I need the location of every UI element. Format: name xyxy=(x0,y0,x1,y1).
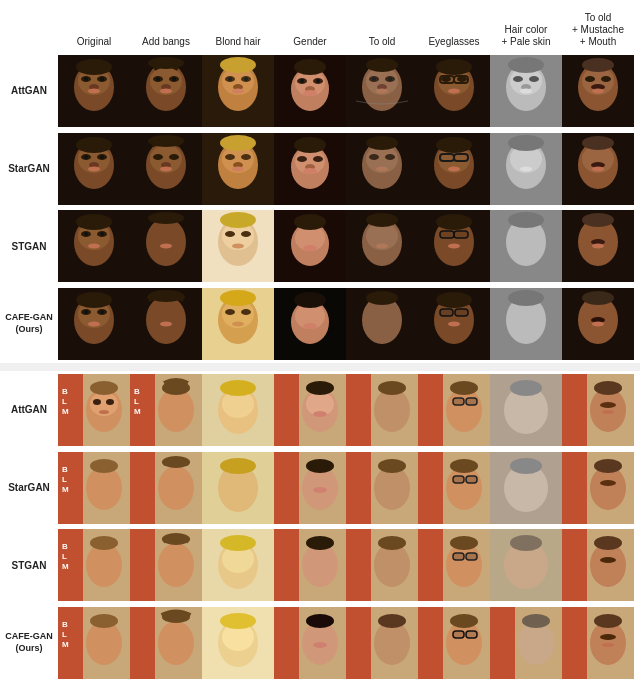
face-s1-stargan-3 xyxy=(202,133,274,205)
svg-point-214 xyxy=(508,290,544,306)
svg-point-122 xyxy=(436,137,472,153)
face-s1-cafegan-5 xyxy=(346,288,418,360)
face-s2-stgan-5 xyxy=(346,529,418,601)
svg-point-6 xyxy=(88,88,100,93)
svg-point-150 xyxy=(225,231,235,237)
svg-rect-275 xyxy=(130,452,155,524)
svg-point-39 xyxy=(316,79,320,83)
svg-point-7 xyxy=(76,59,112,75)
svg-point-114 xyxy=(376,166,388,171)
label-s1-stargan: StarGAN xyxy=(0,160,58,177)
svg-point-298 xyxy=(510,458,542,474)
svg-text:B: B xyxy=(62,387,68,396)
svg-point-176 xyxy=(592,244,604,249)
svg-point-186 xyxy=(100,310,104,314)
svg-point-146 xyxy=(160,244,172,249)
svg-point-26 xyxy=(232,88,244,93)
svg-point-47 xyxy=(366,58,398,72)
face-grid-s2-attgan: BLM BLM xyxy=(58,374,640,446)
face-s1-stargan-6 xyxy=(418,133,490,205)
face-s2-attgan-6 xyxy=(418,374,490,446)
svg-rect-243 xyxy=(274,374,299,446)
svg-point-157 xyxy=(303,245,317,251)
svg-point-188 xyxy=(146,296,186,344)
face-grid-s2-stgan: BLM xyxy=(58,529,640,601)
svg-rect-376 xyxy=(562,607,587,679)
face-s1-stgan-6 xyxy=(418,210,490,282)
svg-point-49 xyxy=(388,77,392,81)
section2-stargan-row: StarGAN BLM xyxy=(0,449,640,527)
face-s1-cafegan-3 xyxy=(202,288,274,360)
svg-point-19 xyxy=(172,77,176,81)
section1-attgan-row: AttGAN xyxy=(0,52,640,130)
svg-text:L: L xyxy=(134,397,139,406)
face-grid-s1-cafegan xyxy=(58,288,640,360)
svg-point-63 xyxy=(529,76,539,82)
section1-cafegan-row: CAFE-GAN(Ours) xyxy=(0,285,640,363)
svg-rect-209 xyxy=(455,309,468,316)
svg-point-230 xyxy=(90,381,118,395)
face-s2-cafegan-6 xyxy=(418,607,490,679)
svg-point-36 xyxy=(303,90,317,96)
svg-point-379 xyxy=(602,643,614,647)
svg-point-152 xyxy=(232,244,244,249)
svg-point-65 xyxy=(520,88,532,93)
face-s2-attgan-3 xyxy=(202,374,274,446)
svg-rect-349 xyxy=(130,607,155,679)
svg-point-355 xyxy=(220,613,256,629)
svg-text:L: L xyxy=(62,552,67,561)
svg-rect-249 xyxy=(346,374,371,446)
svg-point-27 xyxy=(220,57,256,73)
face-s2-stargan-1: BLM xyxy=(58,452,130,524)
face-s1-stargan-2 xyxy=(130,133,202,205)
svg-rect-208 xyxy=(440,309,453,316)
svg-point-322 xyxy=(306,536,334,550)
svg-point-183 xyxy=(88,322,100,327)
col-header-1: Original xyxy=(58,36,130,48)
svg-point-335 xyxy=(510,535,542,551)
svg-point-48 xyxy=(372,77,376,81)
svg-point-332 xyxy=(450,536,478,550)
face-s1-cafegan-6 xyxy=(418,288,490,360)
face-s2-stgan-7 xyxy=(490,529,562,601)
svg-point-9 xyxy=(100,77,104,81)
face-s2-stargan-2 xyxy=(130,452,202,524)
svg-point-210 xyxy=(448,322,460,327)
section1-stgan-row: STGAN xyxy=(0,208,640,286)
svg-point-108 xyxy=(294,137,326,153)
svg-point-260 xyxy=(510,380,542,396)
svg-point-211 xyxy=(436,292,472,308)
svg-point-265 xyxy=(602,410,614,414)
label-s1-attgan: AttGAN xyxy=(0,82,58,99)
face-s2-cafegan-4 xyxy=(274,607,346,679)
svg-point-177 xyxy=(582,213,614,227)
svg-point-105 xyxy=(313,156,323,162)
svg-point-83 xyxy=(84,155,88,159)
svg-rect-253 xyxy=(418,374,443,446)
svg-text:B: B xyxy=(62,620,68,629)
svg-point-266 xyxy=(594,381,622,395)
section1: AttGAN xyxy=(0,52,640,363)
face-s1-attgan-4 xyxy=(274,55,346,127)
face-grid-s1-stgan xyxy=(58,210,640,282)
svg-point-112 xyxy=(369,154,379,160)
face-grid-s1-stargan xyxy=(58,133,640,205)
svg-point-196 xyxy=(232,322,244,327)
face-s1-cafegan-4 xyxy=(274,288,346,360)
face-s1-attgan-1 xyxy=(58,55,130,127)
face-s2-stgan-4 xyxy=(274,529,346,601)
svg-rect-331 xyxy=(466,553,477,560)
svg-point-91 xyxy=(160,166,172,171)
svg-point-142 xyxy=(100,232,104,236)
svg-point-284 xyxy=(313,487,327,493)
svg-point-374 xyxy=(522,614,550,628)
svg-point-339 xyxy=(600,557,616,563)
svg-rect-372 xyxy=(490,607,515,679)
svg-point-280 xyxy=(220,458,256,474)
face-s1-stgan-1 xyxy=(58,210,130,282)
face-s1-stgan-4 xyxy=(274,210,346,282)
face-s1-cafegan-8 xyxy=(562,288,634,360)
svg-point-66 xyxy=(508,57,544,73)
svg-point-219 xyxy=(582,291,614,305)
svg-point-364 xyxy=(378,614,406,628)
